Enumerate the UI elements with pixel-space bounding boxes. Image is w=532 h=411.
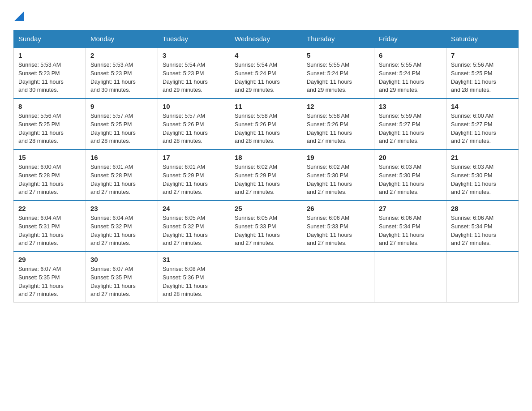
day-info: Sunrise: 6:04 AM Sunset: 5:32 PM Dayligh… [90, 214, 153, 248]
day-number: 1 [18, 51, 81, 59]
day-number: 24 [163, 205, 225, 212]
calendar-day-cell: 13 Sunrise: 5:59 AM Sunset: 5:27 PM Dayl… [374, 98, 446, 150]
calendar-day-cell: 31 Sunrise: 6:08 AM Sunset: 5:36 PM Dayl… [158, 252, 230, 303]
header-wednesday: Wednesday [230, 30, 302, 48]
day-number: 31 [163, 256, 225, 263]
day-number: 22 [18, 205, 81, 212]
day-info: Sunrise: 6:06 AM Sunset: 5:34 PM Dayligh… [379, 214, 442, 248]
day-number: 17 [163, 154, 225, 161]
page-header [13, 9, 519, 21]
calendar-week-row: 1 Sunrise: 5:53 AM Sunset: 5:23 PM Dayli… [14, 47, 519, 98]
day-number: 3 [163, 51, 225, 59]
day-info: Sunrise: 6:03 AM Sunset: 5:30 PM Dayligh… [379, 163, 442, 197]
day-info: Sunrise: 5:56 AM Sunset: 5:25 PM Dayligh… [18, 112, 81, 146]
day-number: 5 [307, 51, 369, 59]
day-number: 4 [235, 51, 297, 59]
day-number: 16 [90, 154, 153, 161]
day-info: Sunrise: 6:05 AM Sunset: 5:32 PM Dayligh… [163, 214, 225, 248]
header-saturday: Saturday [446, 30, 519, 48]
day-info: Sunrise: 5:55 AM Sunset: 5:24 PM Dayligh… [307, 61, 369, 94]
day-info: Sunrise: 6:07 AM Sunset: 5:35 PM Dayligh… [18, 265, 81, 299]
header-thursday: Thursday [302, 30, 374, 48]
header-friday: Friday [374, 30, 446, 48]
calendar-day-cell: 1 Sunrise: 5:53 AM Sunset: 5:23 PM Dayli… [14, 47, 86, 98]
calendar-day-cell: 16 Sunrise: 6:01 AM Sunset: 5:28 PM Dayl… [86, 150, 158, 201]
day-info: Sunrise: 5:53 AM Sunset: 5:23 PM Dayligh… [90, 61, 153, 94]
day-info: Sunrise: 6:03 AM Sunset: 5:30 PM Dayligh… [451, 163, 514, 197]
day-info: Sunrise: 5:56 AM Sunset: 5:25 PM Dayligh… [451, 61, 514, 94]
day-number: 20 [379, 154, 442, 161]
calendar-week-row: 8 Sunrise: 5:56 AM Sunset: 5:25 PM Dayli… [14, 98, 519, 150]
day-info: Sunrise: 5:54 AM Sunset: 5:23 PM Dayligh… [163, 61, 225, 94]
day-number: 30 [90, 256, 153, 263]
header-monday: Monday [86, 30, 158, 48]
calendar-day-cell: 7 Sunrise: 5:56 AM Sunset: 5:25 PM Dayli… [446, 47, 519, 98]
calendar-day-cell: 29 Sunrise: 6:07 AM Sunset: 5:35 PM Dayl… [14, 252, 86, 303]
day-number: 19 [307, 154, 369, 161]
day-info: Sunrise: 6:05 AM Sunset: 5:33 PM Dayligh… [235, 214, 297, 248]
day-info: Sunrise: 6:02 AM Sunset: 5:30 PM Dayligh… [307, 163, 369, 197]
day-number: 11 [235, 103, 297, 110]
logo [13, 9, 24, 21]
header-sunday: Sunday [14, 30, 86, 48]
day-number: 10 [163, 103, 225, 110]
day-info: Sunrise: 6:00 AM Sunset: 5:28 PM Dayligh… [18, 163, 81, 197]
empty-cell [302, 252, 374, 303]
calendar-day-cell: 26 Sunrise: 6:06 AM Sunset: 5:33 PM Dayl… [302, 201, 374, 252]
day-number: 21 [451, 154, 514, 161]
day-info: Sunrise: 6:07 AM Sunset: 5:35 PM Dayligh… [90, 265, 153, 299]
day-number: 14 [451, 103, 514, 110]
day-info: Sunrise: 5:58 AM Sunset: 5:26 PM Dayligh… [235, 112, 297, 146]
calendar-week-row: 22 Sunrise: 6:04 AM Sunset: 5:31 PM Dayl… [14, 201, 519, 252]
calendar-day-cell: 21 Sunrise: 6:03 AM Sunset: 5:30 PM Dayl… [446, 150, 519, 201]
logo-triangle-icon [14, 11, 24, 21]
day-info: Sunrise: 5:58 AM Sunset: 5:26 PM Dayligh… [307, 112, 369, 146]
day-number: 28 [451, 205, 514, 212]
day-number: 7 [451, 51, 514, 59]
calendar-day-cell: 6 Sunrise: 5:55 AM Sunset: 5:24 PM Dayli… [374, 47, 446, 98]
calendar-day-cell: 17 Sunrise: 6:01 AM Sunset: 5:29 PM Dayl… [158, 150, 230, 201]
day-info: Sunrise: 5:59 AM Sunset: 5:27 PM Dayligh… [379, 112, 442, 146]
svg-marker-0 [14, 11, 24, 21]
day-info: Sunrise: 6:00 AM Sunset: 5:27 PM Dayligh… [451, 112, 514, 146]
day-number: 27 [379, 205, 442, 212]
day-info: Sunrise: 6:02 AM Sunset: 5:29 PM Dayligh… [235, 163, 297, 197]
calendar-day-cell: 22 Sunrise: 6:04 AM Sunset: 5:31 PM Dayl… [14, 201, 86, 252]
calendar-day-cell: 5 Sunrise: 5:55 AM Sunset: 5:24 PM Dayli… [302, 47, 374, 98]
calendar-day-cell: 15 Sunrise: 6:00 AM Sunset: 5:28 PM Dayl… [14, 150, 86, 201]
calendar-day-cell: 3 Sunrise: 5:54 AM Sunset: 5:23 PM Dayli… [158, 47, 230, 98]
day-number: 18 [235, 154, 297, 161]
header-tuesday: Tuesday [158, 30, 230, 48]
calendar-day-cell: 2 Sunrise: 5:53 AM Sunset: 5:23 PM Dayli… [86, 47, 158, 98]
calendar-day-cell: 8 Sunrise: 5:56 AM Sunset: 5:25 PM Dayli… [14, 98, 86, 150]
day-number: 26 [307, 205, 369, 212]
day-info: Sunrise: 5:55 AM Sunset: 5:24 PM Dayligh… [379, 61, 442, 94]
calendar-week-row: 29 Sunrise: 6:07 AM Sunset: 5:35 PM Dayl… [14, 252, 519, 303]
calendar-day-cell: 20 Sunrise: 6:03 AM Sunset: 5:30 PM Dayl… [374, 150, 446, 201]
day-number: 2 [90, 51, 153, 59]
calendar-day-cell: 4 Sunrise: 5:54 AM Sunset: 5:24 PM Dayli… [230, 47, 302, 98]
calendar-day-cell: 25 Sunrise: 6:05 AM Sunset: 5:33 PM Dayl… [230, 201, 302, 252]
calendar-day-cell: 14 Sunrise: 6:00 AM Sunset: 5:27 PM Dayl… [446, 98, 519, 150]
calendar-day-cell: 18 Sunrise: 6:02 AM Sunset: 5:29 PM Dayl… [230, 150, 302, 201]
calendar-day-cell: 9 Sunrise: 5:57 AM Sunset: 5:25 PM Dayli… [86, 98, 158, 150]
calendar-day-cell: 27 Sunrise: 6:06 AM Sunset: 5:34 PM Dayl… [374, 201, 446, 252]
day-number: 12 [307, 103, 369, 110]
calendar-day-cell: 28 Sunrise: 6:06 AM Sunset: 5:34 PM Dayl… [446, 201, 519, 252]
calendar-week-row: 15 Sunrise: 6:00 AM Sunset: 5:28 PM Dayl… [14, 150, 519, 201]
day-number: 13 [379, 103, 442, 110]
day-number: 9 [90, 103, 153, 110]
day-info: Sunrise: 6:01 AM Sunset: 5:28 PM Dayligh… [90, 163, 153, 197]
day-info: Sunrise: 5:54 AM Sunset: 5:24 PM Dayligh… [235, 61, 297, 94]
day-info: Sunrise: 5:57 AM Sunset: 5:26 PM Dayligh… [163, 112, 225, 146]
calendar-day-cell: 30 Sunrise: 6:07 AM Sunset: 5:35 PM Dayl… [86, 252, 158, 303]
day-number: 29 [18, 256, 81, 263]
day-info: Sunrise: 5:57 AM Sunset: 5:25 PM Dayligh… [90, 112, 153, 146]
day-info: Sunrise: 5:53 AM Sunset: 5:23 PM Dayligh… [18, 61, 81, 94]
calendar-day-cell: 24 Sunrise: 6:05 AM Sunset: 5:32 PM Dayl… [158, 201, 230, 252]
day-number: 25 [235, 205, 297, 212]
day-info: Sunrise: 6:08 AM Sunset: 5:36 PM Dayligh… [163, 265, 225, 299]
calendar-day-cell: 12 Sunrise: 5:58 AM Sunset: 5:26 PM Dayl… [302, 98, 374, 150]
day-info: Sunrise: 6:06 AM Sunset: 5:34 PM Dayligh… [451, 214, 514, 248]
weekday-header-row: Sunday Monday Tuesday Wednesday Thursday… [14, 30, 519, 48]
